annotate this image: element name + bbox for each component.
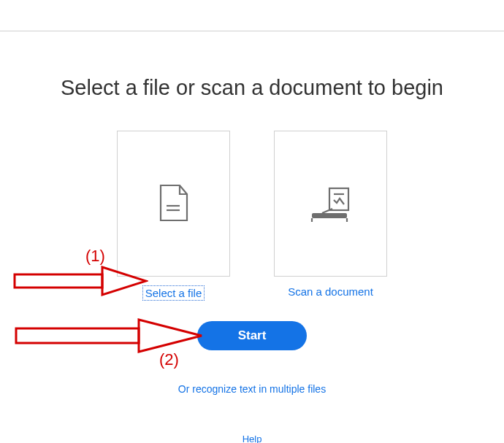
top-divider [0,31,504,31]
page-title: Select a file or scan a document to begi… [0,76,504,100]
scan-document-box[interactable] [274,131,387,277]
scanner-icon [308,184,354,223]
option-cards-row: Select a file Scan a document [0,131,504,301]
scan-document-label[interactable]: Scan a document [288,285,373,298]
svg-rect-4 [312,213,347,218]
file-icon [158,184,190,223]
svg-rect-10 [16,328,139,343]
recognize-multiple-link[interactable]: Or recognize text in multiple files [0,383,504,395]
select-file-box[interactable] [117,131,230,277]
help-link[interactable]: Help [0,434,504,443]
select-file-card: Select a file [117,131,230,301]
annotation-2-label: (2) [159,350,179,369]
select-file-label[interactable]: Select a file [142,285,205,301]
start-button[interactable]: Start [197,321,307,350]
svg-marker-11 [139,320,202,352]
scan-document-card: Scan a document [274,131,387,301]
annotation-arrow-2 [15,318,201,355]
